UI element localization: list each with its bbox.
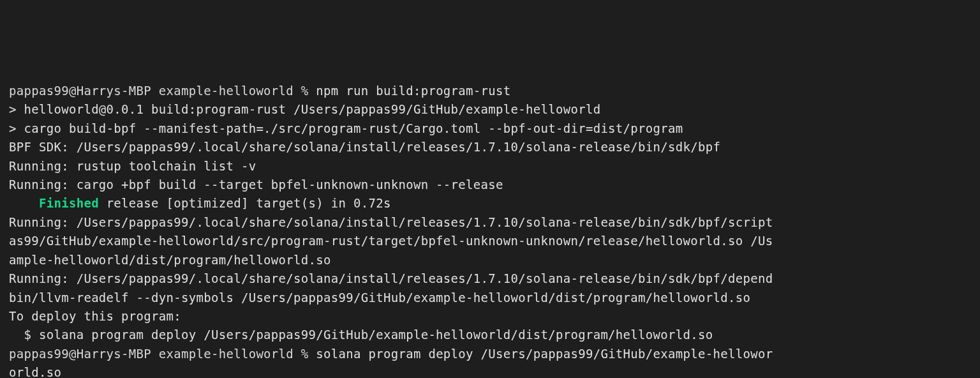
- prompt-line-2: pappas99@Harrys-MBP example-helloworld %…: [9, 345, 971, 363]
- finished-detail: release [optimized] target(s) in 0.72s: [99, 196, 391, 210]
- finished-line: Finished release [optimized] target(s) i…: [9, 194, 971, 213]
- output-line: Running: rustup toolchain list -v: [9, 157, 971, 176]
- output-line: Running: /Users/pappas99/.local/share/so…: [9, 269, 971, 288]
- command-text: npm run build:program-rust: [316, 84, 510, 98]
- output-line: Running: /Users/pappas99/.local/share/so…: [9, 213, 971, 232]
- indent: [9, 194, 39, 213]
- output-line: ample-helloworld/dist/program/helloworld…: [9, 251, 971, 269]
- output-line: > cargo build-bpf --manifest-path=./src/…: [9, 119, 971, 138]
- terminal-output[interactable]: pappas99@Harrys-MBP example-helloworld %…: [9, 82, 971, 378]
- output-line: To deploy this program:: [9, 307, 971, 326]
- output-line: as99/GitHub/example-helloworld/src/progr…: [9, 232, 971, 250]
- prompt-line-1: pappas99@Harrys-MBP example-helloworld %…: [9, 82, 971, 100]
- output-line: BPF SDK: /Users/pappas99/.local/share/so…: [9, 138, 971, 156]
- output-line: > helloworld@0.0.1 build:program-rust /U…: [9, 100, 971, 119]
- output-line: $ solana program deploy /Users/pappas99/…: [9, 326, 971, 344]
- finished-label: Finished: [39, 196, 99, 210]
- shell-prompt: pappas99@Harrys-MBP example-helloworld %: [9, 347, 316, 361]
- command-text: solana program deploy /Users/pappas99/Gi…: [316, 347, 773, 361]
- shell-prompt: pappas99@Harrys-MBP example-helloworld %: [9, 84, 316, 98]
- output-line: bin/llvm-readelf --dyn-symbols /Users/pa…: [9, 289, 971, 307]
- output-line: Running: cargo +bpf build --target bpfel…: [9, 176, 971, 194]
- output-line: orld.so: [9, 363, 971, 378]
